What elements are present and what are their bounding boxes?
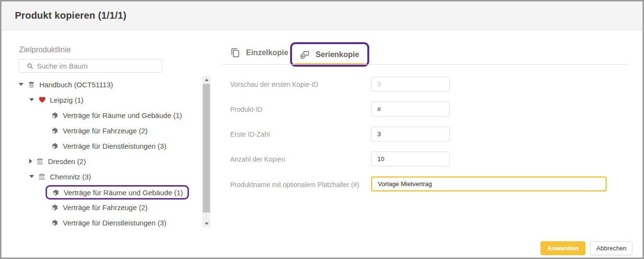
tree-item-vertraege-dienstleistungen-leipzig[interactable]: Verträge für Dienstleistungen (3)	[51, 140, 166, 152]
produkt-kopieren-dialog: Produkt kopieren (1/1/1) Zielproduktlini…	[0, 0, 644, 259]
search-icon	[27, 63, 34, 70]
vorschau-kopie-id-field	[371, 77, 450, 92]
field-label-produkt-id: Produkt-ID	[230, 106, 262, 113]
tree-item-vertraege-raeume-leipzig[interactable]: Verträge für Räume und Gebäude (1)	[51, 109, 182, 121]
tree-item-label: Leipzig (1)	[50, 96, 83, 104]
tree-scrollbar[interactable]	[202, 76, 211, 227]
field-label-vorschau: Vorschau der ersten Kopie-ID	[230, 81, 318, 88]
erste-id-zahl-field[interactable]	[371, 127, 450, 141]
tree-item-vertraege-dienstleistungen-chemnitz[interactable]: Verträge für Dienstleistungen (3)	[51, 216, 166, 229]
tree-item-label: Verträge für Räume und Gebäude (1)	[64, 188, 183, 197]
chevron-down-icon[interactable]	[29, 175, 34, 178]
database-icon	[27, 81, 35, 89]
dialog-header: Produkt kopieren (1/1/1)	[1, 1, 643, 30]
chevron-down-icon[interactable]	[29, 98, 34, 101]
single-copy-icon	[231, 48, 240, 58]
multi-copy-icon	[300, 50, 310, 59]
scroll-down-arrow-icon[interactable]	[202, 220, 211, 227]
tree-item-vertraege-fahrzeuge-chemnitz[interactable]: Verträge für Fahrzeuge (2)	[51, 201, 148, 213]
tree-item-label: Verträge für Fahrzeuge (2)	[63, 127, 148, 135]
tree-item-vertraege-raeume-chemnitz-selected[interactable]: Verträge für Räume und Gebäude (1)	[46, 185, 189, 200]
heart-icon	[38, 96, 46, 104]
gear-icon	[51, 142, 59, 150]
tab-label: Serienkopie	[316, 50, 359, 59]
scroll-up-arrow-icon[interactable]	[202, 76, 211, 83]
gear-icon	[51, 219, 59, 227]
produkt-id-field[interactable]	[371, 102, 450, 117]
field-label-erste-id-zahl: Erste ID-Zahl	[230, 130, 269, 138]
tree-item-handbuch[interactable]: Handbuch (OCT51113)	[19, 78, 113, 91]
apply-button[interactable]: Anwenden	[540, 241, 585, 255]
cancel-button[interactable]: Abbrechen	[590, 241, 632, 255]
chevron-right-icon[interactable]	[29, 159, 32, 164]
tree-item-label: Verträge für Räume und Gebäude (1)	[63, 111, 182, 119]
tab-label: Einzelkopie	[246, 48, 288, 57]
tab-einzelkopie[interactable]: Einzelkopie	[231, 48, 288, 58]
tree-item-vertraege-fahrzeuge-leipzig[interactable]: Verträge für Fahrzeuge (2)	[51, 124, 148, 137]
building-icon	[38, 173, 46, 181]
target-product-line-label: Zielproduktlinie	[19, 46, 71, 54]
tree-item-label: Chemnitz (3)	[50, 173, 91, 181]
tab-serienkopie[interactable]: Serienkopie	[290, 42, 369, 67]
building-icon	[36, 157, 44, 165]
gear-icon	[51, 203, 59, 212]
gear-icon	[51, 111, 59, 119]
field-label-produktname: Produktname mit optionalem Platzhalter (…	[230, 181, 359, 188]
produktname-field[interactable]	[371, 177, 607, 191]
tree-item-dresden[interactable]: Dresden (2)	[29, 155, 86, 167]
tree-item-chemnitz[interactable]: Chemnitz (3)	[29, 170, 91, 183]
dialog-title: Produkt kopieren (1/1/1)	[15, 10, 127, 21]
gear-icon	[51, 127, 59, 135]
tree-item-label: Dresden (2)	[48, 157, 86, 165]
search-input[interactable]	[37, 62, 162, 70]
anzahl-kopien-field[interactable]	[371, 152, 450, 166]
gear-icon	[52, 188, 60, 197]
tabs-divider	[222, 64, 627, 65]
tree-item-label: Verträge für Fahrzeuge (2)	[63, 203, 148, 212]
scrollbar-thumb[interactable]	[203, 84, 210, 212]
tree-item-label: Handbuch (OCT51113)	[39, 81, 113, 89]
field-label-anzahl-kopien: Anzahl der Kopien	[230, 155, 285, 163]
tree-item-label: Verträge für Dienstleistungen (3)	[63, 219, 166, 227]
tree-search-box[interactable]	[19, 59, 162, 73]
tree-item-label: Verträge für Dienstleistungen (3)	[63, 142, 166, 150]
tree-item-leipzig[interactable]: Leipzig (1)	[29, 94, 83, 106]
chevron-down-icon[interactable]	[19, 83, 23, 86]
